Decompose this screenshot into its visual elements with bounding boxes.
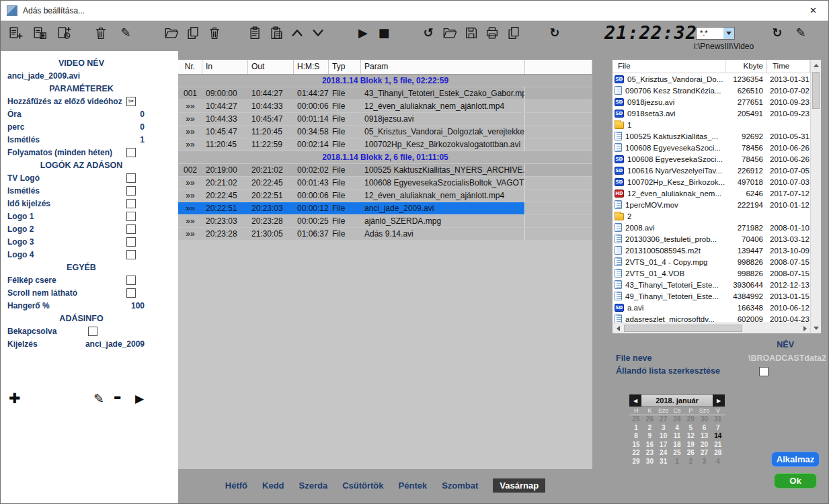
calendar-day[interactable]: 12 bbox=[684, 432, 697, 441]
playlist-row[interactable]: »»11:20:4511:22:5900:02:14File100702Hp_K… bbox=[178, 138, 592, 151]
file-row[interactable]: SD100702Hp_Kesz_Birkozok...4970182010-07… bbox=[613, 176, 810, 187]
checkbox[interactable] bbox=[126, 250, 136, 259]
calendar-day[interactable]: 4 bbox=[711, 458, 725, 466]
chevron-down-icon[interactable] bbox=[723, 28, 734, 39]
file-row[interactable]: HD12_éven_aluliaknak_nem...62462017-07-1… bbox=[613, 187, 810, 199]
file-row[interactable]: 100608 EgyevesekaSzoci...784562010-06-26 bbox=[613, 142, 810, 153]
ok-button[interactable]: Ok bbox=[774, 473, 817, 489]
day-tab[interactable]: Szerda bbox=[299, 480, 328, 491]
calendar-day[interactable]: 4 bbox=[670, 424, 684, 433]
checkbox[interactable] bbox=[126, 237, 136, 247]
vertical-scrollbar[interactable] bbox=[810, 60, 821, 333]
edit-button[interactable]: ✎ bbox=[93, 391, 104, 406]
file-row[interactable]: 43_Tihanyi_Tetoteri_Este...39306442012-1… bbox=[613, 279, 810, 290]
file-row[interactable]: SD0918seta3.avi2054912010-09-23 bbox=[613, 108, 810, 119]
checkbox[interactable] bbox=[88, 327, 97, 336]
calendar-day[interactable]: 29 bbox=[629, 458, 643, 466]
copy-icon[interactable] bbox=[185, 25, 201, 41]
edit-icon[interactable]: ✎ bbox=[118, 25, 134, 41]
playlist-row[interactable]: »»20:23:0320:23:2800:00:25Fileajánló_SZE… bbox=[178, 215, 592, 228]
calendar-day[interactable]: 3 bbox=[697, 458, 711, 466]
calendar-day[interactable]: 29 bbox=[684, 415, 697, 424]
move-up-icon[interactable] bbox=[289, 25, 305, 41]
calendar-day[interactable]: 16 bbox=[643, 441, 656, 450]
paste-list-icon[interactable] bbox=[247, 25, 264, 41]
calendar-day[interactable]: 11 bbox=[670, 432, 684, 441]
file-row[interactable]: SD100616 NyarVeszelyeiTav...2269122010-0… bbox=[613, 165, 810, 176]
calendar-day[interactable]: 25 bbox=[629, 415, 643, 424]
checkbox[interactable] bbox=[126, 288, 136, 298]
calendar-day[interactable]: 9 bbox=[643, 432, 656, 441]
calendar-prev-button[interactable]: ◀ bbox=[629, 394, 641, 407]
calendar-day[interactable]: 23 bbox=[643, 449, 656, 458]
calendar-day[interactable]: 25 bbox=[670, 449, 684, 458]
stop-icon[interactable]: ■ bbox=[376, 25, 392, 41]
save-icon[interactable] bbox=[463, 25, 479, 41]
calendar-day[interactable]: 28 bbox=[670, 415, 684, 424]
calendar-day[interactable]: 31 bbox=[711, 415, 725, 424]
calendar-day[interactable]: 26 bbox=[643, 415, 656, 424]
refresh-files-icon[interactable]: ↻ bbox=[769, 25, 785, 41]
calendar-day[interactable]: 22 bbox=[629, 449, 643, 458]
playlist-row[interactable]: »»20:21:0220:22:4500:01:43File100608 Egy… bbox=[178, 177, 592, 190]
calendar-day[interactable]: 2 bbox=[643, 424, 656, 433]
calendar-day[interactable]: 20 bbox=[697, 441, 711, 450]
checkbox[interactable] bbox=[126, 276, 136, 285]
playlist-row[interactable]: »»10:45:4711:20:4500:34:58File05_Krisztu… bbox=[178, 126, 592, 138]
scroll-up-icon[interactable] bbox=[811, 60, 822, 71]
calendar-day[interactable]: 2 bbox=[684, 458, 697, 466]
calendar-day[interactable]: 31 bbox=[657, 458, 670, 466]
calendar-day[interactable]: 14 bbox=[711, 432, 725, 441]
calendar-day[interactable]: 8 bbox=[629, 432, 643, 441]
column-header-typ[interactable]: Typ bbox=[329, 60, 361, 74]
calendar-day[interactable]: 10 bbox=[657, 432, 670, 441]
column-header-time[interactable]: Time bbox=[767, 60, 810, 73]
file-row[interactable]: 2VTS_01_4 - Copy.mpg9988262008-07-15 bbox=[613, 256, 810, 267]
checkbox[interactable] bbox=[126, 199, 136, 208]
vscroll-thumb[interactable] bbox=[812, 72, 820, 109]
file-row[interactable]: SD05_Krisztus_Vandorai_Do...12363542013-… bbox=[613, 73, 810, 85]
add-scheduled-icon[interactable] bbox=[56, 25, 72, 41]
file-row[interactable]: 2 bbox=[613, 210, 810, 222]
scroll-left-icon[interactable] bbox=[613, 323, 623, 334]
file-row[interactable]: 49_Tihanyi_Tetoteri_Este...43849922013-0… bbox=[613, 290, 810, 302]
file-row[interactable]: 1 bbox=[613, 119, 810, 130]
calendar-day[interactable]: 28 bbox=[711, 449, 725, 458]
hscroll-thumb[interactable] bbox=[624, 325, 742, 332]
open-folder-icon[interactable] bbox=[163, 25, 180, 41]
play-button[interactable]: ▶ bbox=[135, 392, 144, 405]
file-row[interactable]: SD0918jezsu.avi2776512010-09-23 bbox=[613, 96, 810, 108]
checkbox[interactable] bbox=[126, 148, 136, 157]
undo-icon[interactable]: ↺ bbox=[420, 25, 436, 41]
calendar-day[interactable]: 26 bbox=[684, 449, 697, 458]
calendar-day[interactable]: 6 bbox=[697, 424, 711, 433]
day-tab[interactable]: Hétfő bbox=[225, 480, 247, 491]
file-row[interactable]: 100525 KaktuszKiallitas_...926922010-05-… bbox=[613, 130, 810, 142]
checkbox[interactable] bbox=[126, 212, 136, 221]
close-button[interactable]: ✕ bbox=[798, 1, 828, 20]
playlist-row[interactable]: »»10:44:2710:44:3300:00:06File12_éven_al… bbox=[178, 100, 592, 113]
day-tab[interactable]: Vasárnap bbox=[493, 478, 545, 493]
file-row[interactable]: 20131005085945.m2t1394472013-10-09 bbox=[613, 245, 810, 256]
calendar-day[interactable]: 30 bbox=[697, 415, 711, 424]
checkbox[interactable] bbox=[126, 173, 136, 183]
paste-file-icon[interactable] bbox=[268, 25, 284, 41]
playlist-row[interactable]: 00220:19:0020:21:0200:02:02File100525 Ka… bbox=[178, 164, 592, 177]
print-icon[interactable] bbox=[484, 25, 500, 41]
file-row[interactable]: 2008.avi2719822008-01-10 bbox=[613, 222, 810, 233]
add-item-icon[interactable] bbox=[32, 25, 48, 41]
play-icon[interactable]: ▶ bbox=[355, 25, 371, 41]
calendar-day[interactable]: 5 bbox=[684, 424, 697, 433]
day-tab[interactable]: Péntek bbox=[399, 480, 428, 491]
horizontal-scrollbar[interactable] bbox=[613, 323, 810, 333]
calendar-day[interactable]: 19 bbox=[684, 441, 697, 450]
playlist-block-header[interactable]: 2018.1.14 Blokk 1, 5 file, 02:22:59 bbox=[178, 75, 592, 87]
calendar-day[interactable]: 27 bbox=[657, 415, 670, 424]
checkbox[interactable] bbox=[126, 224, 136, 234]
filter-combobox[interactable]: *.* bbox=[696, 27, 735, 40]
scroll-down-icon[interactable] bbox=[811, 323, 822, 333]
calendar-day[interactable]: 7 bbox=[711, 424, 725, 433]
delete-icon[interactable] bbox=[93, 25, 109, 41]
calendar-day[interactable]: 17 bbox=[657, 441, 670, 450]
apply-button[interactable]: Alkalmaz bbox=[771, 452, 820, 467]
